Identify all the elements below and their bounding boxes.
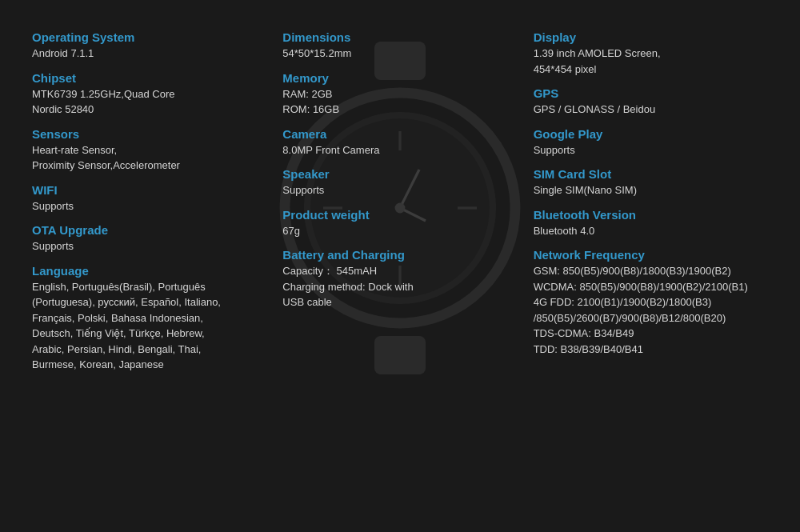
spec-value-sim-card-slot: Single SIM(Nano SIM) bbox=[534, 182, 765, 198]
spec-value-dimensions: 54*50*15.2mm bbox=[282, 46, 514, 62]
spec-label-chipset: Chipset bbox=[32, 71, 263, 85]
spec-item-dimensions: Dimensions54*50*15.2mm bbox=[274, 26, 525, 66]
spec-value-language: English, Português(Brasil), Português (P… bbox=[32, 279, 263, 373]
spec-item-battery-charging: Battery and ChargingCapacity： 545mAH Cha… bbox=[274, 243, 525, 315]
spec-label-google-play: Google Play bbox=[534, 127, 765, 141]
spec-value-camera: 8.0MP Front Camera bbox=[282, 142, 514, 158]
col2: Dimensions54*50*15.2mmMemoryRAM: 2GB ROM… bbox=[274, 26, 525, 378]
spec-label-operating-system: Operating System bbox=[32, 30, 263, 44]
col1: Operating SystemAndroid 7.1.1ChipsetMTK6… bbox=[24, 26, 274, 378]
spec-value-gps: GPS / GLONASS / Beidou bbox=[534, 102, 765, 118]
spec-value-battery-charging: Capacity： 545mAH Charging method: Dock w… bbox=[282, 263, 514, 310]
spec-label-ota-upgrade: OTA Upgrade bbox=[32, 223, 263, 237]
spec-item-bluetooth-version: Bluetooth VersionBluetooth 4.0 bbox=[526, 203, 776, 244]
specs-grid: Operating SystemAndroid 7.1.1ChipsetMTK6… bbox=[0, 26, 800, 378]
spec-item-gps: GPSGPS / GLONASS / Beidou bbox=[526, 82, 776, 122]
spec-label-wifi: WIFI bbox=[32, 183, 263, 197]
spec-value-operating-system: Android 7.1.1 bbox=[32, 46, 263, 62]
spec-value-product-weight: 67g bbox=[282, 223, 514, 239]
col3: Display1.39 inch AMOLED Screen, 454*454 … bbox=[526, 26, 776, 378]
spec-label-sim-card-slot: SIM Card Slot bbox=[534, 167, 765, 181]
spec-item-sensors: SensorsHeart-rate Sensor, Proximity Sens… bbox=[24, 122, 274, 178]
spec-item-camera: Camera8.0MP Front Camera bbox=[274, 122, 525, 163]
spec-value-speaker: Supports bbox=[282, 182, 514, 198]
spec-label-bluetooth-version: Bluetooth Version bbox=[534, 208, 765, 222]
spec-value-bluetooth-version: Bluetooth 4.0 bbox=[534, 223, 765, 239]
spec-value-memory: RAM: 2GB ROM: 16GB bbox=[282, 86, 514, 118]
spec-item-ota-upgrade: OTA UpgradeSupports bbox=[24, 218, 274, 259]
spec-label-speaker: Speaker bbox=[282, 167, 514, 181]
spec-label-product-weight: Product weight bbox=[282, 208, 514, 222]
spec-item-speaker: SpeakerSupports bbox=[274, 162, 525, 203]
spec-value-sensors: Heart-rate Sensor, Proximity Sensor,Acce… bbox=[32, 142, 263, 174]
spec-value-google-play: Supports bbox=[534, 142, 765, 158]
spec-item-language: LanguageEnglish, Português(Brasil), Port… bbox=[24, 259, 274, 378]
spec-label-battery-charging: Battery and Charging bbox=[282, 248, 514, 262]
spec-item-network-frequency: Network FrequencyGSM: 850(B5)/900(B8)/18… bbox=[526, 243, 776, 362]
spec-item-product-weight: Product weight67g bbox=[274, 203, 525, 244]
spec-value-chipset: MTK6739 1.25GHz,Quad Core Nordic 52840 bbox=[32, 86, 263, 118]
spec-item-operating-system: Operating SystemAndroid 7.1.1 bbox=[24, 26, 274, 66]
spec-label-gps: GPS bbox=[534, 86, 765, 100]
spec-value-ota-upgrade: Supports bbox=[32, 238, 263, 254]
spec-item-google-play: Google PlaySupports bbox=[526, 122, 776, 163]
spec-item-wifi: WIFISupports bbox=[24, 178, 274, 219]
spec-label-sensors: Sensors bbox=[32, 127, 263, 141]
spec-value-network-frequency: GSM: 850(B5)/900(B8)/1800(B3)/1900(B2) W… bbox=[534, 263, 765, 357]
spec-label-display: Display bbox=[534, 30, 765, 44]
spec-label-network-frequency: Network Frequency bbox=[534, 248, 765, 262]
spec-value-display: 1.39 inch AMOLED Screen, 454*454 pixel bbox=[534, 46, 765, 77]
spec-label-memory: Memory bbox=[282, 71, 514, 85]
spec-label-dimensions: Dimensions bbox=[282, 30, 514, 44]
spec-item-memory: MemoryRAM: 2GB ROM: 16GB bbox=[274, 66, 525, 122]
spec-label-camera: Camera bbox=[282, 127, 514, 141]
page-title bbox=[0, 0, 800, 26]
spec-label-language: Language bbox=[32, 264, 263, 278]
spec-item-chipset: ChipsetMTK6739 1.25GHz,Quad Core Nordic … bbox=[24, 66, 274, 122]
spec-value-wifi: Supports bbox=[32, 198, 263, 214]
spec-item-sim-card-slot: SIM Card SlotSingle SIM(Nano SIM) bbox=[526, 162, 776, 203]
spec-item-display: Display1.39 inch AMOLED Screen, 454*454 … bbox=[526, 26, 776, 82]
